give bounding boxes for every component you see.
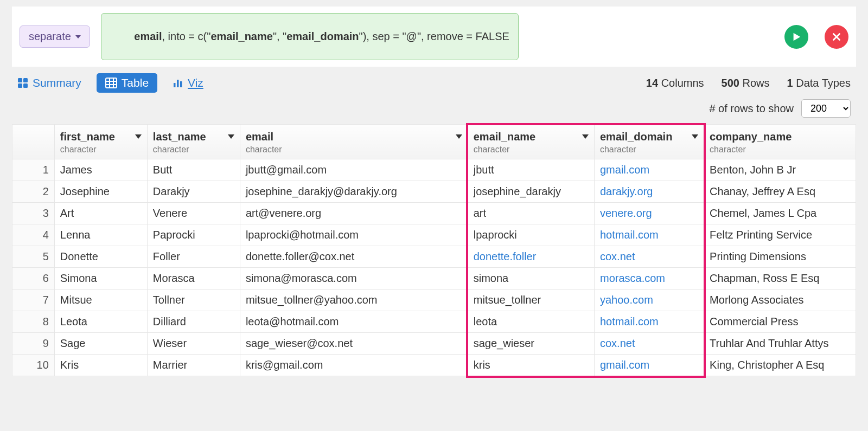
svg-rect-4 xyxy=(23,83,28,88)
link-text[interactable]: cox.net xyxy=(600,337,635,349)
cell-email: art@venere.org xyxy=(240,203,468,224)
rows-to-show: # of rows to show 200 xyxy=(12,93,856,124)
tab-summary[interactable]: Summary xyxy=(17,76,81,89)
col-type: character xyxy=(246,144,462,155)
chevron-down-icon[interactable] xyxy=(228,134,234,139)
link-text[interactable]: cox.net xyxy=(600,250,635,262)
cell-company_name: Truhlar And Truhlar Attys xyxy=(704,333,856,355)
link-text[interactable]: hotmail.com xyxy=(600,316,659,327)
link-text[interactable]: gmail.com xyxy=(600,359,649,371)
cell-first_name: Art xyxy=(54,203,147,224)
data-table: first_namecharacterlast_namecharacterema… xyxy=(12,124,856,376)
row-number: 9 xyxy=(12,333,55,355)
cell-email: jbutt@gmail.com xyxy=(240,159,468,181)
cell-last_name: Venere xyxy=(147,203,240,224)
link-text[interactable]: morasca.com xyxy=(600,272,665,284)
col-type: character xyxy=(60,144,142,155)
tab-table[interactable]: Table xyxy=(97,73,157,93)
table-row: 10KrisMarrierkris@gmail.comkrisgmail.com… xyxy=(12,355,856,376)
rownum-header xyxy=(12,125,55,159)
cell-email_name: josephine_darakjy xyxy=(468,181,594,203)
code-into1: email_name xyxy=(210,30,273,42)
link-text[interactable]: hotmail.com xyxy=(600,229,659,241)
col-header-email_name[interactable]: email_namecharacter xyxy=(468,125,594,159)
cell-email_domain: hotmail.com xyxy=(594,311,704,333)
tab-viz[interactable]: Viz xyxy=(173,76,203,89)
svg-rect-5 xyxy=(106,78,117,88)
col-header-email[interactable]: emailcharacter xyxy=(240,125,468,159)
link-text[interactable]: gmail.com xyxy=(600,164,649,176)
cell-last_name: Darakjy xyxy=(147,181,240,203)
link-text[interactable]: darakjy.org xyxy=(600,185,653,197)
cell-email: donette.foller@cox.net xyxy=(240,246,468,268)
link-text[interactable]: venere.org xyxy=(600,207,652,219)
cell-email_domain: venere.org xyxy=(594,203,704,224)
cell-email_domain: cox.net xyxy=(594,333,704,355)
cell-email_domain: morasca.com xyxy=(594,268,704,290)
tab-summary-label: Summary xyxy=(33,76,81,89)
chevron-down-icon[interactable] xyxy=(135,134,142,139)
tab-table-label: Table xyxy=(122,76,149,89)
chevron-down-icon[interactable] xyxy=(456,134,462,139)
link-text[interactable]: donette.foller xyxy=(474,250,537,262)
cell-email: leota@hotmail.com xyxy=(240,311,468,333)
code-col: email xyxy=(134,30,162,42)
cell-first_name: Leota xyxy=(54,311,147,333)
cell-email_domain: cox.net xyxy=(594,246,704,268)
view-tabs: Summary Table Viz 14 Columns 500 Rows 1 … xyxy=(12,67,856,93)
run-button[interactable] xyxy=(784,25,808,49)
table-row: 7MitsueTollnermitsue_tollner@yahoo.commi… xyxy=(12,290,856,311)
col-type: character xyxy=(710,144,850,155)
row-number: 6 xyxy=(12,268,55,290)
cell-email: sage_wieser@cox.net xyxy=(240,333,468,355)
svg-rect-1 xyxy=(18,78,22,82)
table-row: 9SageWiesersage_wieser@cox.netsage_wiese… xyxy=(12,333,856,355)
link-text[interactable]: yahoo.com xyxy=(600,294,653,306)
chevron-down-icon[interactable] xyxy=(692,134,698,139)
cell-email_domain: yahoo.com xyxy=(594,290,704,311)
svg-rect-12 xyxy=(180,81,182,87)
col-header-company_name[interactable]: company_namecharacter xyxy=(704,125,856,159)
col-type: character xyxy=(600,144,698,155)
table-row: 6SimonaMorascasimona@morasca.comsimonamo… xyxy=(12,268,856,290)
table-row: 1JamesButtjbutt@gmail.comjbuttgmail.comB… xyxy=(12,159,856,181)
code-expression[interactable]: email, into = c("email_name", "email_dom… xyxy=(101,13,519,60)
cell-company_name: Chemel, James L Cpa xyxy=(704,203,856,224)
table-row: 3ArtVenereart@venere.orgartvenere.orgChe… xyxy=(12,203,856,224)
row-number: 5 xyxy=(12,246,55,268)
svg-rect-11 xyxy=(177,80,179,87)
col-header-email_domain[interactable]: email_domaincharacter xyxy=(594,125,704,159)
dataset-stats: 14 Columns 500 Rows 1 Data Types xyxy=(646,77,851,89)
cell-first_name: Lenna xyxy=(54,224,147,246)
table-row: 5DonetteFollerdonette.foller@cox.netdone… xyxy=(12,246,856,268)
cell-email_domain: gmail.com xyxy=(594,355,704,376)
cell-first_name: Kris xyxy=(54,355,147,376)
svg-rect-2 xyxy=(23,78,28,82)
caret-down-icon xyxy=(75,35,81,38)
bar-chart-icon xyxy=(173,78,183,88)
function-label: separate xyxy=(29,30,71,43)
chevron-down-icon[interactable] xyxy=(582,134,589,139)
cell-email: simona@morasca.com xyxy=(240,268,468,290)
table-row: 4LennaPaprockilpaprocki@hotmail.comlpapr… xyxy=(12,224,856,246)
close-icon xyxy=(832,33,841,41)
cell-email_name: leota xyxy=(468,311,594,333)
function-selector[interactable]: separate xyxy=(20,25,90,48)
col-type: character xyxy=(153,144,234,155)
cell-first_name: Simona xyxy=(54,268,147,290)
cell-company_name: Printing Dimensions xyxy=(704,246,856,268)
cell-company_name: King, Christopher A Esq xyxy=(704,355,856,376)
col-type: character xyxy=(474,144,589,155)
col-header-first_name[interactable]: first_namecharacter xyxy=(54,125,147,159)
rows-to-show-select[interactable]: 200 xyxy=(801,99,851,118)
cell-company_name: Morlong Associates xyxy=(704,290,856,311)
cancel-button[interactable] xyxy=(825,25,848,49)
row-number: 2 xyxy=(12,181,55,203)
cell-email: kris@gmail.com xyxy=(240,355,468,376)
cell-email_domain: darakjy.org xyxy=(594,181,704,203)
row-number: 8 xyxy=(12,311,55,333)
cell-company_name: Commercial Press xyxy=(704,311,856,333)
col-name: first_name xyxy=(60,130,115,143)
cell-email_name: kris xyxy=(468,355,594,376)
col-header-last_name[interactable]: last_namecharacter xyxy=(147,125,240,159)
